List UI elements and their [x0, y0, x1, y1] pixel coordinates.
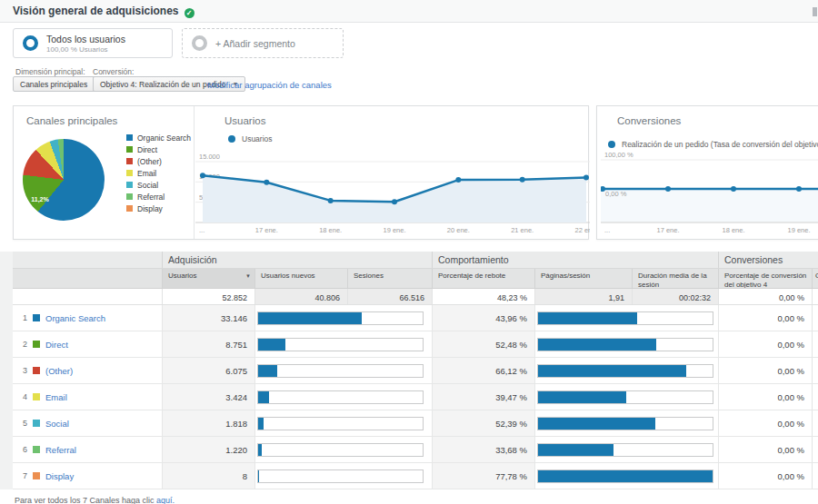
bounce-value: 39,47 %	[432, 384, 534, 410]
table-column-header-row: ▼Usuarios Usuarios nuevos Sesiones Porce…	[13, 269, 818, 289]
segment-chip-all-users[interactable]: Todos los usuarios 100,00 % Usuarios	[13, 28, 173, 58]
table-group-header-row: Adquisición Comportamiento Conversiones	[13, 252, 818, 269]
bounce-bar-box	[537, 443, 713, 457]
svg-text:...: ...	[199, 226, 204, 234]
conversions-series-legend: Realización de un pedido (Tasa de conver…	[608, 140, 818, 149]
bounce-bar-fill	[538, 312, 637, 324]
pane-divider	[194, 106, 195, 239]
channel-swatch	[33, 393, 40, 400]
legend-swatch	[126, 205, 133, 212]
channel-link[interactable]: Email	[45, 392, 67, 402]
column-header-bounce-rate[interactable]: Porcentaje de rebote	[432, 269, 534, 288]
edit-channel-grouping-link[interactable]: Modificar agrupación de canales	[207, 80, 332, 90]
segment-title: Todos los usuarios	[46, 34, 125, 44]
svg-text:17 ene.: 17 ene.	[255, 226, 278, 234]
svg-text:21 ene.: 21 ene.	[511, 226, 534, 234]
users-bar-fill	[258, 444, 262, 456]
users-value: 3.424	[162, 384, 254, 410]
channel-link[interactable]: (Other)	[45, 366, 73, 376]
users-value: 8.751	[162, 331, 254, 357]
total-bounce-rate: 48,23 %	[432, 289, 534, 304]
table-row: 1 Organic Search 33.146 43,96 % 0,00 %	[13, 305, 818, 331]
bounce-bar-cell	[534, 331, 718, 357]
legend-swatch	[126, 193, 133, 200]
table-row: 4 Email 3.424 39,47 % 0,00 %	[13, 384, 818, 410]
group-behavior: Comportamiento	[432, 252, 718, 268]
table-left-gutter	[0, 252, 13, 489]
conversions-series-label: Realización de un pedido (Tasa de conver…	[622, 140, 818, 149]
cropped-toolbar-icon[interactable]	[813, 7, 817, 16]
legend-item: Organic Search	[126, 132, 191, 143]
total-new-users: 40.806	[254, 289, 347, 304]
row-rank: 6	[13, 445, 27, 454]
column-header-goal-conversion[interactable]: Porcentaje de conversión del objetivo 4	[718, 269, 812, 288]
row-rank: 4	[13, 392, 27, 401]
legend-label: (Other)	[137, 157, 162, 166]
users-value: 1.818	[162, 410, 254, 436]
bounce-bar-fill	[538, 418, 655, 430]
pie-slice-label-direct: 16,1%	[30, 218, 48, 224]
users-bar-cell	[254, 410, 432, 436]
bounce-value: 33,68 %	[432, 437, 534, 462]
users-bar-cell	[254, 331, 432, 357]
users-bar-fill	[258, 365, 277, 377]
column-header-sessions[interactable]: Sesiones	[347, 269, 432, 288]
channel-swatch	[33, 472, 40, 479]
total-goal-conversion: 0,00 %	[718, 289, 812, 304]
users-value: 6.075	[162, 358, 254, 383]
analytics-acquisition-overview: Visión general de adquisiciones✓ Todos l…	[0, 0, 818, 504]
segment-ring-icon	[23, 35, 38, 51]
row-cut	[812, 437, 818, 462]
users-value: 8	[162, 463, 254, 489]
column-header-users[interactable]: ▼Usuarios	[162, 269, 254, 288]
users-series-legend: Usuarios	[228, 134, 273, 143]
column-header-avg-duration[interactable]: Duración media de la sesión	[632, 269, 718, 288]
bounce-bar-box	[537, 390, 713, 404]
svg-text:0,00 %: 0,00 %	[605, 190, 627, 198]
channels-users-card: Canales principales 60,9% 16,1% 11,2% Or…	[13, 105, 589, 240]
channel-swatch	[33, 420, 40, 427]
bounce-bar-box	[537, 338, 713, 351]
svg-text:15.000: 15.000	[199, 153, 220, 161]
channel-swatch	[33, 446, 40, 453]
users-bar-cell	[254, 358, 432, 383]
channel-link[interactable]: Direct	[45, 340, 68, 350]
legend-swatch	[126, 182, 133, 188]
totals-cut	[812, 289, 818, 304]
users-bar-box	[257, 338, 424, 351]
legend-swatch	[126, 134, 133, 141]
legend-label: Organic Search	[137, 133, 191, 143]
series-dot-icon	[608, 141, 615, 148]
channel-link[interactable]: Referral	[45, 445, 76, 455]
page-title: Visión general de adquisiciones✓	[13, 5, 195, 18]
verified-check-icon: ✓	[185, 8, 195, 18]
users-bar-cell	[254, 437, 432, 462]
conversions-card: Conversiones Realización de un pedido (T…	[596, 105, 818, 240]
channel-link[interactable]: Social	[45, 419, 69, 429]
channel-link[interactable]: Display	[45, 471, 74, 481]
bounce-bar-cell	[534, 463, 718, 489]
bounce-bar-box	[537, 364, 713, 378]
svg-text:17 ene.: 17 ene.	[656, 226, 679, 234]
channel-cell: 3 (Other)	[13, 358, 162, 383]
column-header-new-users[interactable]: Usuarios nuevos	[254, 269, 347, 288]
legend-label: Email	[137, 169, 156, 178]
channel-link[interactable]: Organic Search	[45, 313, 105, 323]
row-cut	[812, 305, 818, 331]
users-bar-box	[257, 390, 424, 404]
svg-text:100,00 %: 100,00 %	[604, 151, 633, 159]
total-avg-duration: 00:02:32	[632, 289, 718, 304]
pie-slice-label-organic: 60,9%	[79, 217, 97, 223]
conversions-line-chart: 100,00 %0,00 %...17 ene.18 ene.19 ene.	[601, 150, 818, 237]
add-segment-chip[interactable]: + Añadir segmento	[182, 28, 344, 58]
bounce-bar-cell	[534, 384, 718, 410]
legend-label: Referral	[137, 193, 165, 202]
footer-link[interactable]: aquí.	[156, 496, 175, 504]
channel-swatch	[33, 314, 40, 321]
users-bar-cell	[254, 305, 432, 331]
bounce-bar-box	[537, 311, 713, 325]
users-bar-box	[257, 417, 424, 430]
users-value: 1.220	[162, 437, 254, 462]
goal-conversion-value: 0,00 %	[718, 410, 812, 436]
column-header-pages-session[interactable]: Páginas/sesión	[534, 269, 632, 288]
